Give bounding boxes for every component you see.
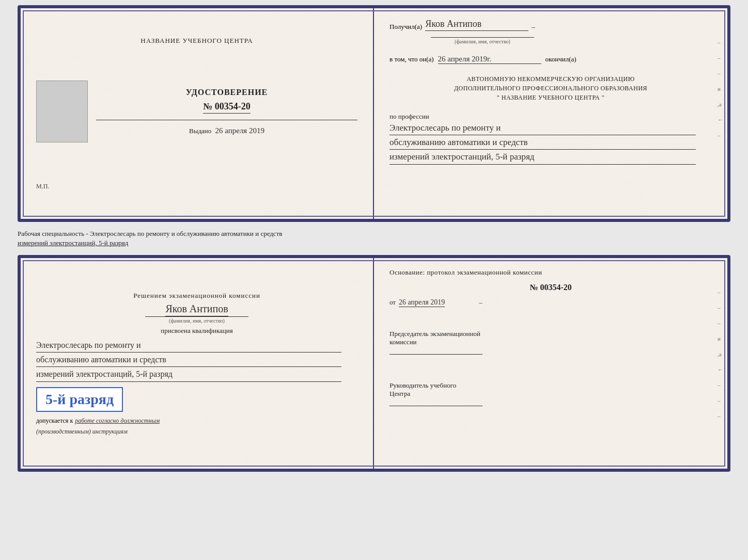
issued-line: Выдано 26 апреля 2019 [189, 126, 264, 135]
qual-line2: обслуживанию автоматики и средств [36, 353, 341, 367]
profession-line3: измерений электростанций, 5-й разряд [389, 150, 696, 164]
top-left-panel: НАЗВАНИЕ УЧЕБНОГО ЦЕНТРА УДОСТОВЕРЕНИЕ №… [21, 8, 374, 219]
cert-number: № 00354-20 [203, 101, 251, 114]
director-signature-line [389, 398, 482, 406]
mp-label: М.П. [36, 183, 49, 190]
finished-suffix: окончил(а) [546, 55, 576, 63]
fio-label-top: (фамилия, имя, отчество) [431, 37, 534, 44]
separator-text: Рабочая специальность - Электрослесарь п… [18, 230, 282, 237]
allowed-handwritten2: (производственным) инструкциям [36, 428, 357, 436]
separator-text2: измерений электростанций, 5-й разряд [18, 239, 128, 247]
in-that-prefix: в том, что он(а) [389, 55, 434, 63]
margin-chars-top: – – – и ,а ← – [718, 39, 723, 138]
school-name-top: НАЗВАНИЕ УЧЕБНОГО ЦЕНТРА [141, 37, 253, 45]
profession-label: по профессии [389, 113, 712, 121]
person-name: Яков Антипов [165, 303, 228, 316]
chairman-section: Председатель экзаменационной комиссии [389, 330, 712, 357]
chairman-signature-line [389, 346, 482, 355]
director-line1: Руководитель учебного [389, 381, 712, 390]
assigned-label: присвоена квалификация [36, 327, 357, 335]
bottom-right-panel: Основание: протокол экзаменационной коми… [374, 258, 727, 469]
org-section: АВТОНОМНУЮ НЕКОММЕРЧЕСКУЮ ОРГАНИЗАЦИЮ ДО… [389, 74, 712, 102]
recipient-section: Получил(а) Яков Антипов – [389, 19, 712, 31]
top-document: НАЗВАНИЕ УЧЕБНОГО ЦЕНТРА УДОСТОВЕРЕНИЕ №… [18, 5, 730, 222]
in-that-section: в том, что он(а) 26 апреля 2019г. окончи… [389, 55, 712, 64]
margin-chars-bottom: – – – и ,а ← – – – [718, 289, 723, 419]
bottom-left-content: Решением экзаменационной комиссии Яков А… [36, 292, 357, 436]
fio-label-bottom: (фамилия, имя, отчество) [145, 316, 248, 324]
decision-text: Решением экзаменационной комиссии [36, 292, 357, 300]
basis-label: Основание: протокол экзаменационной коми… [389, 268, 712, 277]
protocol-date: 26 апреля 2019 [399, 298, 445, 307]
received-prefix: Получил(а) [389, 23, 422, 31]
rank-badge-section: 5-й разряд [36, 385, 357, 414]
protocol-number: № 00354-20 [389, 283, 712, 292]
bottom-document: Решением экзаменационной комиссии Яков А… [18, 255, 730, 472]
allowed-section: допускается к работе согласно должностны… [36, 417, 357, 425]
protocol-date-section: от 26 апреля 2019 – [389, 298, 712, 307]
cert-section: УДОСТОВЕРЕНИЕ № 00354-20 Выдано 26 апрел… [36, 81, 357, 142]
date-prefix: от [389, 298, 396, 307]
date-handwritten: 26 апреля 2019г. [438, 55, 541, 64]
issued-prefix: Выдано [189, 127, 211, 135]
org-line1: АВТОНОМНУЮ НЕКОММЕРЧЕСКУЮ ОРГАНИЗАЦИЮ [389, 74, 712, 84]
cert-info: УДОСТОВЕРЕНИЕ № 00354-20 Выдано 26 апрел… [96, 88, 357, 135]
allowed-handwritten: работе согласно должностным [75, 417, 160, 425]
director-section: Руководитель учебного Центра [389, 381, 712, 408]
org-line2: ДОПОЛНИТЕЛЬНОГО ПРОФЕССИОНАЛЬНОГО ОБРАЗО… [389, 84, 712, 93]
profession-line1: Электрослесарь по ремонту и [389, 121, 696, 135]
photo-placeholder [36, 81, 88, 142]
rank-badge: 5-й разряд [36, 387, 123, 412]
recipient-name: Яков Антипов [425, 19, 528, 31]
top-right-panel: Получил(а) Яков Антипов – (фамилия, имя,… [374, 8, 727, 219]
qualification-section: Электрослесарь по ремонту и обслуживанию… [36, 338, 357, 382]
person-section: Яков Антипов (фамилия, имя, отчество) [36, 303, 357, 324]
issued-date: 26 апреля 2019 [215, 126, 264, 135]
separator-section: Рабочая специальность - Электрослесарь п… [18, 227, 730, 250]
chairman-line1: Председатель экзаменационной [389, 330, 712, 338]
allowed-prefix: допускается к [36, 417, 73, 425]
director-line2: Центра [389, 390, 712, 398]
chairman-line2: комиссии [389, 338, 712, 346]
profession-line2: обслуживанию автоматики и средств [389, 135, 696, 150]
org-line3: " НАЗВАНИЕ УЧЕБНОГО ЦЕНТРА " [389, 93, 712, 102]
qual-line1: Электрослесарь по ремонту и [36, 338, 341, 353]
bottom-left-panel: Решением экзаменационной комиссии Яков А… [21, 258, 374, 469]
cert-label: УДОСТОВЕРЕНИЕ [186, 88, 268, 97]
divider [96, 120, 357, 120]
qual-line3: измерений электростанций, 5-й разряд [36, 367, 341, 381]
profession-section: по профессии Электрослесарь по ремонту и… [389, 113, 712, 165]
